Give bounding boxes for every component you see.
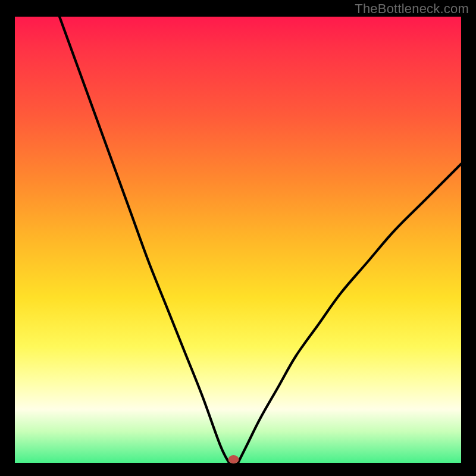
curve-left <box>60 17 229 463</box>
watermark-text: TheBottleneck.com <box>355 1 469 17</box>
chart-frame: TheBottleneck.com <box>0 0 476 476</box>
bottleneck-marker <box>228 455 239 464</box>
plot-area <box>15 17 461 463</box>
curve-layer <box>15 17 461 463</box>
curve-right <box>238 164 461 464</box>
